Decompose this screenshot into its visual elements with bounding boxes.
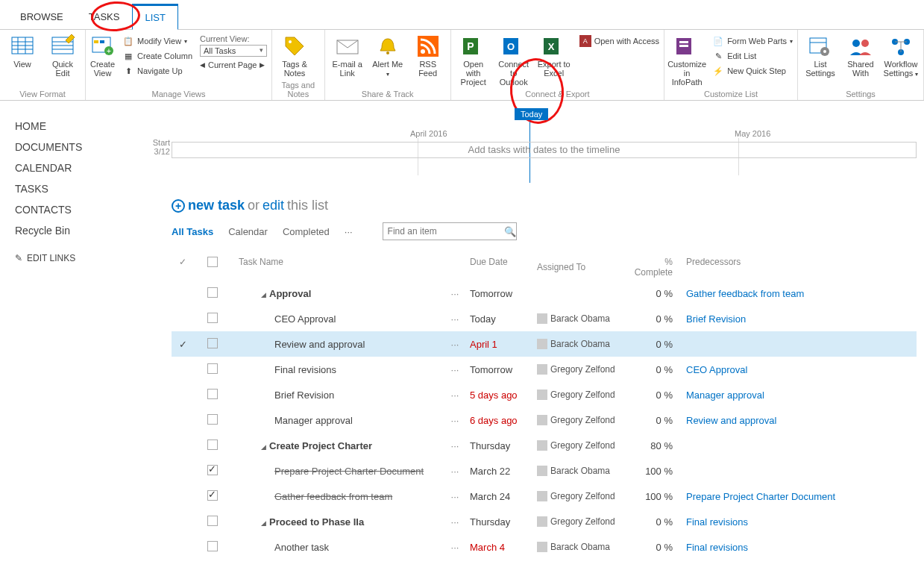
plus-icon[interactable]: + xyxy=(172,199,185,213)
row-checkbox[interactable] xyxy=(207,313,218,323)
tab-browse[interactable]: BROWSE xyxy=(7,4,76,29)
table-row[interactable]: Final revisions···TomorrowGregory Zelfon… xyxy=(172,357,917,382)
task-name[interactable]: Brief Revision xyxy=(274,390,334,401)
export-excel-button[interactable]: X Export to Excel xyxy=(536,34,572,78)
open-project-button[interactable]: P Open with Project xyxy=(456,34,491,87)
search-icon[interactable]: 🔍 xyxy=(504,226,516,237)
tab-tasks[interactable]: TASKS xyxy=(76,4,133,29)
row-checkbox[interactable] xyxy=(207,490,218,501)
table-row[interactable]: Brief Revision···5 days agoGregory Zelfo… xyxy=(172,382,917,407)
workflow-settings-button[interactable]: Workflow Settings ▾ xyxy=(883,34,919,79)
table-row[interactable]: ✓Review and approval···April 1Barack Oba… xyxy=(172,331,917,357)
row-checkbox[interactable] xyxy=(207,363,218,374)
predecessor-link[interactable]: Review and approval xyxy=(686,415,917,426)
table-row[interactable]: Another task···March 4Barack Obama0 %Fin… xyxy=(172,534,917,560)
modify-view-button[interactable]: 📋Modify View ▾ xyxy=(122,34,192,48)
row-menu-button[interactable]: ··· xyxy=(440,466,470,477)
row-menu-button[interactable]: ··· xyxy=(440,440,470,451)
view-calendar[interactable]: Calendar xyxy=(228,226,268,237)
task-name[interactable]: Another task xyxy=(274,542,329,553)
edit-links-button[interactable]: ✎ EDIT LINKS xyxy=(15,253,142,263)
task-name[interactable]: Final revisions xyxy=(274,364,336,375)
table-row[interactable]: ◢Create Project Charter···ThursdayGregor… xyxy=(172,433,917,458)
task-name[interactable]: Gather feedback from team xyxy=(274,491,392,502)
predecessor-link[interactable]: Brief Revision xyxy=(686,313,917,325)
sidebar-item-home[interactable]: HOME xyxy=(15,116,142,137)
table-row[interactable]: Prepare Project Charter Document···March… xyxy=(172,458,917,484)
edit-list-button[interactable]: ✎Edit List xyxy=(712,49,793,63)
tags-notes-button[interactable]: Tags & Notes xyxy=(277,34,312,78)
task-name[interactable]: Review and approval xyxy=(274,339,365,350)
task-name[interactable]: Approval xyxy=(269,288,311,299)
header-select-all[interactable] xyxy=(194,257,231,278)
header-predecessors[interactable]: Predecessors xyxy=(686,257,917,278)
alert-me-button[interactable]: Alert Me ▾ xyxy=(370,34,406,79)
expand-icon[interactable]: ◢ xyxy=(261,443,266,451)
current-page-button[interactable]: ◀Current Page▶ xyxy=(200,58,267,72)
navigate-up-button[interactable]: ⬆Navigate Up xyxy=(122,64,192,78)
form-web-parts-button[interactable]: 📄Form Web Parts ▾ xyxy=(712,34,793,48)
row-checkbox[interactable] xyxy=(207,541,218,551)
current-view-dropdown[interactable]: All Tasks xyxy=(200,45,267,57)
task-name[interactable]: Create Project Charter xyxy=(269,440,372,451)
table-row[interactable]: CEO Approval···TodayBarack Obama0 %Brief… xyxy=(172,306,917,331)
header-due-date[interactable]: Due Date xyxy=(470,257,537,278)
row-checkbox[interactable] xyxy=(207,516,218,526)
task-name[interactable]: CEO Approval xyxy=(274,313,336,325)
open-access-button[interactable]: AOpen with Access xyxy=(579,34,659,48)
row-checkbox[interactable] xyxy=(207,287,218,298)
row-menu-button[interactable]: ··· xyxy=(440,491,470,502)
sidebar-item-calendar[interactable]: CALENDAR xyxy=(15,157,142,178)
table-row[interactable]: Gather feedback from team···March 24Greg… xyxy=(172,484,917,509)
sidebar-item-tasks[interactable]: TASKS xyxy=(15,178,142,199)
header-task-name[interactable]: Task Name xyxy=(231,257,440,278)
predecessor-link[interactable]: Final revisions xyxy=(686,542,917,553)
view-more[interactable]: ··· xyxy=(345,226,353,237)
email-link-button[interactable]: E-mail a Link xyxy=(330,34,365,78)
row-menu-button[interactable]: ··· xyxy=(440,364,470,375)
search-input[interactable] xyxy=(383,225,504,238)
header-pct-complete[interactable]: % Complete xyxy=(626,257,686,278)
task-name[interactable]: Manager approval xyxy=(274,415,353,426)
edit-list-link[interactable]: edit xyxy=(263,198,284,213)
row-menu-button[interactable]: ··· xyxy=(440,415,470,426)
task-name[interactable]: Prepare Project Charter Document xyxy=(274,466,424,477)
connect-outlook-button[interactable]: O Connect to Outlook xyxy=(496,34,532,87)
row-menu-button[interactable]: ··· xyxy=(440,516,470,528)
expand-icon[interactable]: ◢ xyxy=(261,291,266,298)
new-quick-step-button[interactable]: ⚡New Quick Step xyxy=(712,64,793,78)
row-menu-button[interactable]: ··· xyxy=(440,542,470,553)
predecessor-link[interactable]: Gather feedback from team xyxy=(686,288,917,299)
row-checkbox[interactable] xyxy=(207,338,218,348)
header-assigned-to[interactable]: Assigned To xyxy=(537,257,626,278)
row-menu-button[interactable]: ··· xyxy=(440,339,470,350)
view-all-tasks[interactable]: All Tasks xyxy=(172,226,213,237)
table-row[interactable]: ◢Approval···Tomorrow0 %Gather feedback f… xyxy=(172,281,917,306)
row-checkbox[interactable] xyxy=(207,414,218,425)
row-menu-button[interactable]: ··· xyxy=(440,390,470,401)
predecessor-link[interactable]: Manager approval xyxy=(686,390,917,401)
row-checkbox[interactable] xyxy=(207,389,218,399)
create-column-button[interactable]: ▦Create Column xyxy=(122,49,192,63)
predecessor-link[interactable]: Prepare Project Charter Document xyxy=(686,491,917,502)
shared-with-button[interactable]: Shared With xyxy=(843,34,879,78)
create-view-button[interactable]: + Create View xyxy=(90,34,115,78)
row-menu-button[interactable]: ··· xyxy=(440,313,470,325)
quick-edit-button[interactable]: Quick Edit xyxy=(45,34,81,78)
sidebar-item-contacts[interactable]: CONTACTS xyxy=(15,199,142,220)
list-settings-button[interactable]: List Settings xyxy=(802,34,838,78)
table-row[interactable]: ◢Proceed to Phase IIa···ThursdayGregory … xyxy=(172,509,917,534)
customize-infopath-button[interactable]: Customize in InfoPath xyxy=(669,34,705,87)
view-completed[interactable]: Completed xyxy=(283,226,330,237)
new-task-link[interactable]: new task xyxy=(188,198,245,213)
tab-list[interactable]: LIST xyxy=(132,4,177,30)
predecessor-link[interactable]: Final revisions xyxy=(686,516,917,528)
table-row[interactable]: Manager approval···6 days agoGregory Zel… xyxy=(172,407,917,433)
row-menu-button[interactable]: ··· xyxy=(440,288,470,299)
predecessor-link[interactable]: CEO Approval xyxy=(686,364,917,375)
view-button[interactable]: View xyxy=(4,34,40,69)
expand-icon[interactable]: ◢ xyxy=(261,519,266,527)
sidebar-item-documents[interactable]: DOCUMENTS xyxy=(15,137,142,157)
task-name[interactable]: Proceed to Phase IIa xyxy=(269,516,364,528)
row-checkbox[interactable] xyxy=(207,465,218,475)
